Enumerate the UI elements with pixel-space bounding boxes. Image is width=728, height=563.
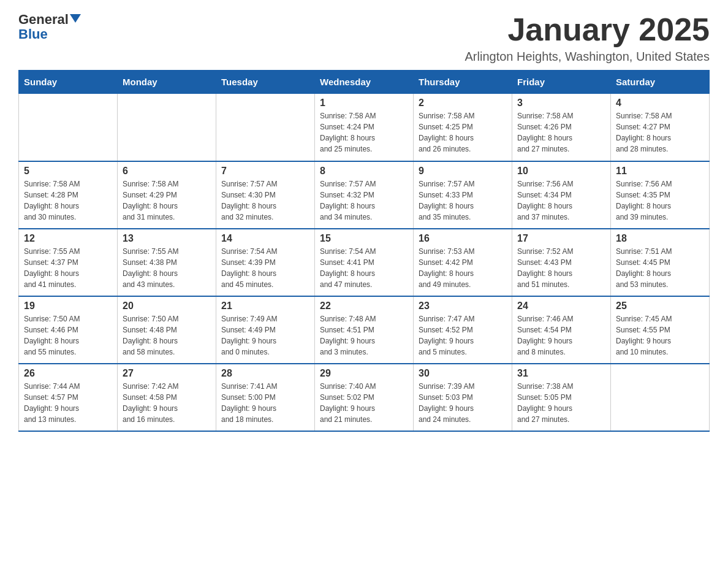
calendar-cell: 26Sunrise: 7:44 AMSunset: 4:57 PMDayligh…: [19, 364, 118, 431]
calendar-cell: 1Sunrise: 7:58 AMSunset: 4:24 PMDaylight…: [315, 94, 414, 161]
day-info: Sunrise: 7:58 AMSunset: 4:28 PMDaylight:…: [24, 178, 112, 223]
calendar-cell: 22Sunrise: 7:48 AMSunset: 4:51 PMDayligh…: [315, 296, 414, 364]
header-saturday: Saturday: [611, 71, 710, 94]
day-number: 10: [517, 166, 605, 177]
week-row-4: 26Sunrise: 7:44 AMSunset: 4:57 PMDayligh…: [19, 364, 710, 431]
calendar-cell: 12Sunrise: 7:55 AMSunset: 4:37 PMDayligh…: [19, 229, 118, 296]
day-info: Sunrise: 7:57 AMSunset: 4:33 PMDaylight:…: [419, 178, 507, 223]
calendar-cell: 4Sunrise: 7:58 AMSunset: 4:27 PMDaylight…: [611, 94, 710, 161]
day-number: 3: [517, 98, 605, 109]
day-number: 7: [221, 166, 309, 177]
calendar-cell: 17Sunrise: 7:52 AMSunset: 4:43 PMDayligh…: [512, 229, 611, 296]
page-subtitle: Arlington Heights, Washington, United St…: [465, 50, 710, 64]
day-number: 17: [517, 233, 605, 244]
day-info: Sunrise: 7:45 AMSunset: 4:55 PMDaylight:…: [616, 313, 704, 358]
header-wednesday: Wednesday: [315, 71, 414, 94]
calendar-cell: 25Sunrise: 7:45 AMSunset: 4:55 PMDayligh…: [611, 296, 710, 364]
logo-line1: General: [18, 12, 81, 27]
day-number: 12: [24, 233, 112, 244]
calendar-body: 1Sunrise: 7:58 AMSunset: 4:24 PMDaylight…: [19, 94, 710, 431]
day-info: Sunrise: 7:55 AMSunset: 4:38 PMDaylight:…: [123, 246, 211, 290]
day-info: Sunrise: 7:54 AMSunset: 4:41 PMDaylight:…: [320, 246, 408, 290]
calendar-cell: [216, 94, 315, 161]
calendar-cell: 18Sunrise: 7:51 AMSunset: 4:45 PMDayligh…: [611, 229, 710, 296]
day-info: Sunrise: 7:58 AMSunset: 4:24 PMDaylight:…: [320, 110, 408, 155]
calendar-cell: 11Sunrise: 7:56 AMSunset: 4:35 PMDayligh…: [611, 161, 710, 229]
day-info: Sunrise: 7:38 AMSunset: 5:05 PMDaylight:…: [517, 381, 605, 425]
week-row-1: 5Sunrise: 7:58 AMSunset: 4:28 PMDaylight…: [19, 161, 710, 229]
day-info: Sunrise: 7:58 AMSunset: 4:29 PMDaylight:…: [123, 178, 211, 223]
day-number: 27: [123, 368, 211, 379]
day-info: Sunrise: 7:57 AMSunset: 4:30 PMDaylight:…: [221, 178, 309, 223]
calendar-cell: 27Sunrise: 7:42 AMSunset: 4:58 PMDayligh…: [118, 364, 216, 431]
day-info: Sunrise: 7:52 AMSunset: 4:43 PMDaylight:…: [517, 246, 605, 290]
day-number: 23: [419, 301, 507, 312]
week-row-3: 19Sunrise: 7:50 AMSunset: 4:46 PMDayligh…: [19, 296, 710, 364]
day-number: 31: [517, 368, 605, 379]
calendar-cell: 10Sunrise: 7:56 AMSunset: 4:34 PMDayligh…: [512, 161, 611, 229]
day-number: 5: [24, 166, 112, 177]
day-number: 20: [123, 301, 211, 312]
calendar-cell: 30Sunrise: 7:39 AMSunset: 5:03 PMDayligh…: [414, 364, 512, 431]
calendar-cell: 6Sunrise: 7:58 AMSunset: 4:29 PMDaylight…: [118, 161, 216, 229]
day-info: Sunrise: 7:50 AMSunset: 4:46 PMDaylight:…: [24, 313, 112, 358]
day-number: 24: [517, 301, 605, 312]
day-info: Sunrise: 7:53 AMSunset: 4:42 PMDaylight:…: [419, 246, 507, 290]
day-number: 19: [24, 301, 112, 312]
day-info: Sunrise: 7:57 AMSunset: 4:32 PMDaylight:…: [320, 178, 408, 223]
calendar-cell: 2Sunrise: 7:58 AMSunset: 4:25 PMDaylight…: [414, 94, 512, 161]
day-number: 13: [123, 233, 211, 244]
day-info: Sunrise: 7:58 AMSunset: 4:25 PMDaylight:…: [419, 110, 507, 155]
day-number: 29: [320, 368, 408, 379]
day-info: Sunrise: 7:40 AMSunset: 5:02 PMDaylight:…: [320, 381, 408, 425]
header-tuesday: Tuesday: [216, 71, 315, 94]
calendar-cell: 19Sunrise: 7:50 AMSunset: 4:46 PMDayligh…: [19, 296, 118, 364]
day-info: Sunrise: 7:56 AMSunset: 4:34 PMDaylight:…: [517, 178, 605, 223]
calendar-cell: 24Sunrise: 7:46 AMSunset: 4:54 PMDayligh…: [512, 296, 611, 364]
day-info: Sunrise: 7:41 AMSunset: 5:00 PMDaylight:…: [221, 381, 309, 425]
calendar-cell: 15Sunrise: 7:54 AMSunset: 4:41 PMDayligh…: [315, 229, 414, 296]
day-number: 16: [419, 233, 507, 244]
calendar-cell: 23Sunrise: 7:47 AMSunset: 4:52 PMDayligh…: [414, 296, 512, 364]
header-row: SundayMondayTuesdayWednesdayThursdayFrid…: [19, 71, 710, 94]
day-info: Sunrise: 7:55 AMSunset: 4:37 PMDaylight:…: [24, 246, 112, 290]
day-number: 4: [616, 98, 704, 109]
calendar-cell: 8Sunrise: 7:57 AMSunset: 4:32 PMDaylight…: [315, 161, 414, 229]
day-number: 8: [320, 166, 408, 177]
week-row-0: 1Sunrise: 7:58 AMSunset: 4:24 PMDaylight…: [19, 94, 710, 161]
day-info: Sunrise: 7:42 AMSunset: 4:58 PMDaylight:…: [123, 381, 211, 425]
calendar-header: SundayMondayTuesdayWednesdayThursdayFrid…: [19, 71, 710, 94]
day-info: Sunrise: 7:50 AMSunset: 4:48 PMDaylight:…: [123, 313, 211, 358]
day-info: Sunrise: 7:51 AMSunset: 4:45 PMDaylight:…: [616, 246, 704, 290]
calendar-cell: 31Sunrise: 7:38 AMSunset: 5:05 PMDayligh…: [512, 364, 611, 431]
page-title: January 2025: [465, 12, 710, 47]
day-info: Sunrise: 7:44 AMSunset: 4:57 PMDaylight:…: [24, 381, 112, 425]
day-info: Sunrise: 7:39 AMSunset: 5:03 PMDaylight:…: [419, 381, 507, 425]
calendar-cell: [118, 94, 216, 161]
calendar-cell: 13Sunrise: 7:55 AMSunset: 4:38 PMDayligh…: [118, 229, 216, 296]
header-monday: Monday: [118, 71, 216, 94]
day-number: 11: [616, 166, 704, 177]
header-friday: Friday: [512, 71, 611, 94]
page-header: General Blue January 2025 Arlington Heig…: [18, 12, 710, 64]
calendar-cell: 16Sunrise: 7:53 AMSunset: 4:42 PMDayligh…: [414, 229, 512, 296]
calendar-cell: 20Sunrise: 7:50 AMSunset: 4:48 PMDayligh…: [118, 296, 216, 364]
logo: General Blue: [18, 12, 81, 42]
day-number: 28: [221, 368, 309, 379]
day-number: 18: [616, 233, 704, 244]
day-info: Sunrise: 7:54 AMSunset: 4:39 PMDaylight:…: [221, 246, 309, 290]
day-number: 9: [419, 166, 507, 177]
calendar-cell: 5Sunrise: 7:58 AMSunset: 4:28 PMDaylight…: [19, 161, 118, 229]
day-number: 2: [419, 98, 507, 109]
week-row-2: 12Sunrise: 7:55 AMSunset: 4:37 PMDayligh…: [19, 229, 710, 296]
day-info: Sunrise: 7:58 AMSunset: 4:26 PMDaylight:…: [517, 110, 605, 155]
day-info: Sunrise: 7:47 AMSunset: 4:52 PMDaylight:…: [419, 313, 507, 358]
calendar-cell: [611, 364, 710, 431]
day-info: Sunrise: 7:56 AMSunset: 4:35 PMDaylight:…: [616, 178, 704, 223]
calendar-table: SundayMondayTuesdayWednesdayThursdayFrid…: [18, 70, 710, 432]
day-number: 1: [320, 98, 408, 109]
day-info: Sunrise: 7:58 AMSunset: 4:27 PMDaylight:…: [616, 110, 704, 155]
calendar-cell: 14Sunrise: 7:54 AMSunset: 4:39 PMDayligh…: [216, 229, 315, 296]
day-number: 25: [616, 301, 704, 312]
calendar-cell: 29Sunrise: 7:40 AMSunset: 5:02 PMDayligh…: [315, 364, 414, 431]
